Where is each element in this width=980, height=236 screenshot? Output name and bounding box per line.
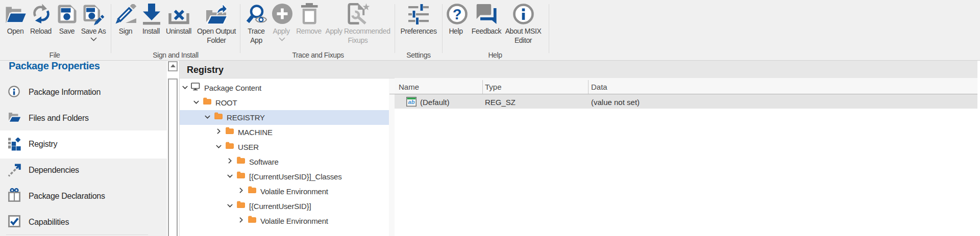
svg-text:?: ? <box>453 6 462 22</box>
svg-text:ab: ab <box>408 99 415 105</box>
